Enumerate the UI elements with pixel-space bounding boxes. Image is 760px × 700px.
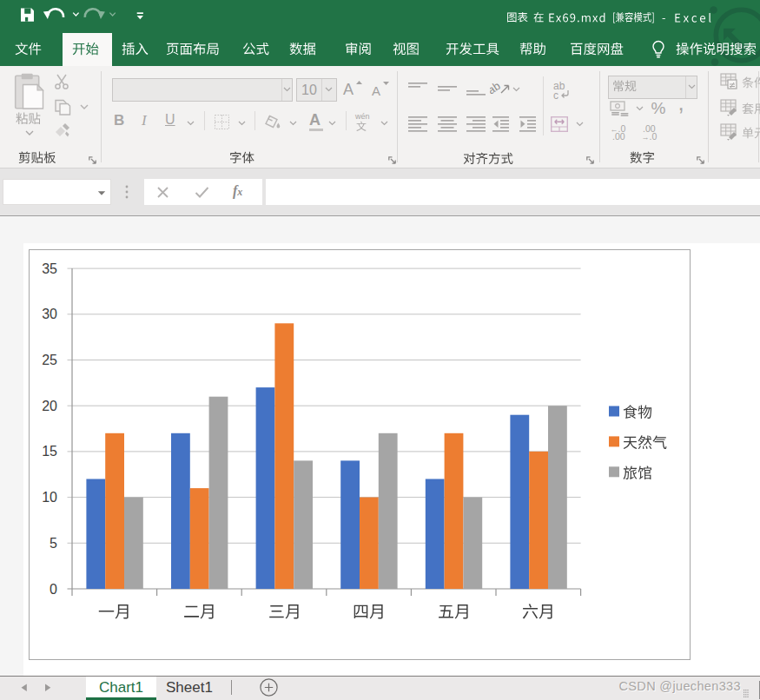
svg-text:0: 0 <box>50 582 57 597</box>
svg-text:15: 15 <box>42 444 57 459</box>
svg-text:20: 20 <box>42 399 57 413</box>
svg-text:ab: ab <box>490 80 503 97</box>
svg-text:25: 25 <box>42 353 57 367</box>
svg-text:10: 10 <box>42 490 57 505</box>
svg-text:30: 30 <box>42 307 57 321</box>
svg-text:5: 5 <box>50 536 57 551</box>
svg-text:35: 35 <box>42 261 57 276</box>
